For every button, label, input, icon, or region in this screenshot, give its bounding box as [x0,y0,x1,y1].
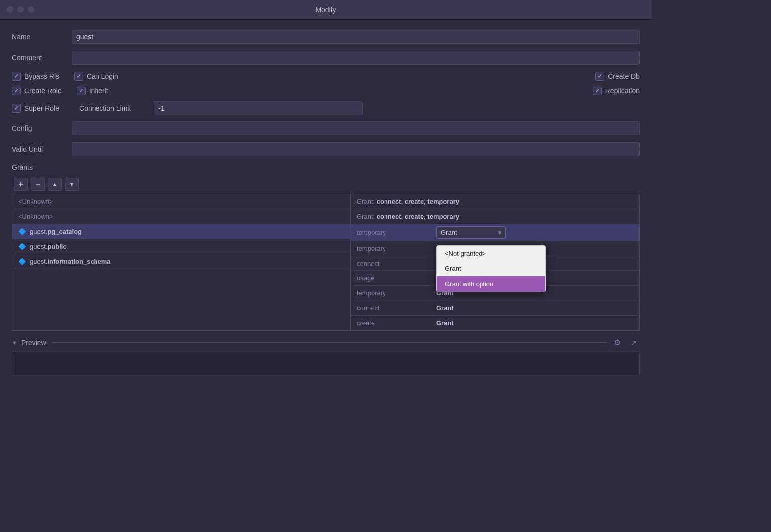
can-login-label: Can Login [87,72,118,80]
grant-text-2: Grant: [357,213,377,220]
name-label: Name [12,33,72,41]
preview-toggle-icon[interactable]: ▼ [12,340,17,346]
schema-icon-2: 🔷 [18,243,26,250]
grant-row-3[interactable]: 🔷 guest.pg_catalog [12,224,350,239]
create-role-box[interactable] [12,87,21,95]
preview-divider [52,342,607,343]
remove-grant-button[interactable]: − [31,178,45,191]
comment-label: Comment [12,54,72,62]
create-db-box[interactable] [595,72,604,81]
replication-box[interactable] [593,87,602,95]
grants-toolbar: + − ▲ ▼ [12,175,640,194]
grant-value-connect2: Grant [436,304,454,312]
create-db-label: Create Db [608,72,640,80]
preview-label: Preview [21,339,46,347]
comment-row: Comment [12,51,640,65]
grant-row-5-name: guest.information_schema [30,258,111,265]
bypass-rls-label: Bypass Rls [24,72,59,80]
inherit-label: Inherit [89,87,108,95]
grant-dropdown: <Not granted> Grant Grant with option [436,245,546,292]
preview-content [12,351,640,376]
super-role-box[interactable] [12,104,21,113]
checkboxes-row-1: Bypass Rls Can Login Create Db [12,72,640,81]
grants-section: Grants + − ▲ ▼ <Unknown> <Unknown> [12,163,640,376]
schema-icon-1: 🔷 [18,228,26,235]
bypass-rls-box[interactable] [12,72,21,81]
connection-limit-label: Connection Limit [79,104,154,112]
grant-right-row-3: temporary Grant ▼ <Not granted> Grant Gr… [351,224,639,241]
preview-section: ▼ Preview ⚙ ↗ [12,337,640,376]
schema-icon-3: 🔷 [18,258,26,265]
create-role-label: Create Role [24,87,62,95]
grant-row-5[interactable]: 🔷 guest.information_schema [12,254,350,269]
grant-privilege-create: create [357,319,436,327]
external-link-button[interactable]: ↗ [628,338,640,348]
bypass-rls-checkbox[interactable]: Bypass Rls [12,72,59,81]
grant-row-1[interactable]: <Unknown> [12,194,350,209]
grant-privilege-usage: usage [357,274,436,282]
traffic-lights [7,6,34,13]
can-login-checkbox[interactable]: Can Login [74,72,118,81]
grants-table-container: <Unknown> <Unknown> 🔷 guest.pg_catalog 🔷… [12,194,640,331]
grants-right-panel: Grant: connect, create, temporary Grant:… [351,194,639,330]
super-role-label: Super Role [24,104,59,112]
grant-row-3-name: guest.pg_catalog [30,228,82,235]
replication-label: Replication [605,87,640,95]
grant-privilege-connect2: connect [357,304,436,312]
add-grant-button[interactable]: + [14,178,28,191]
grant-row-2-name: <Unknown> [18,213,53,220]
close-button[interactable] [7,6,13,13]
grant-privilege-3: temporary [357,229,436,236]
create-db-checkbox[interactable]: Create Db [595,72,640,81]
inherit-checkbox[interactable]: Inherit [77,87,108,95]
config-input[interactable] [72,121,640,135]
grant-privilege-4: temporary [357,245,436,252]
grant-row-1-name: <Unknown> [18,198,53,205]
minimize-button[interactable] [17,6,24,13]
inherit-box[interactable] [77,87,86,95]
maximize-button[interactable] [28,6,34,13]
grant-row-4-name: guest.public [30,243,67,250]
super-role-checkbox[interactable]: Super Role [12,104,59,113]
grant-select-wrapper: Grant ▼ <Not granted> Grant Grant with o… [436,226,506,239]
create-role-checkbox[interactable]: Create Role [12,87,62,95]
valid-until-input[interactable] [72,142,640,156]
dropdown-not-granted[interactable]: <Not granted> [437,246,545,261]
move-down-button[interactable]: ▼ [65,178,79,191]
grant-privilege-5: connect [357,260,436,267]
dropdown-grant-with-option[interactable]: Grant with option [437,276,545,292]
grant-bold-2: connect, create, temporary [377,213,459,220]
name-input[interactable] [72,30,640,44]
grant-privilege-temp2: temporary [357,289,436,297]
grant-select[interactable]: Grant [436,226,506,239]
connection-limit-input[interactable] [154,101,363,115]
grant-value-create: Grant [436,319,454,327]
dropdown-grant[interactable]: Grant [437,261,545,276]
replication-checkbox[interactable]: Replication [593,87,640,95]
grants-label: Grants [12,163,640,171]
config-label: Config [12,124,72,132]
grant-right-row-create: create Grant [351,316,639,330]
move-up-button[interactable]: ▲ [48,178,62,191]
can-login-box[interactable] [74,72,83,81]
grant-right-row-connect2: connect Grant [351,301,639,316]
window-title: Modify [315,6,336,14]
title-bar: Modify [0,0,652,20]
checkboxes-row-2: Create Role Inherit Replication [12,87,640,95]
checkboxes-row-3: Super Role Connection Limit [12,101,640,115]
grant-text-1: Grant: [357,198,377,205]
name-row: Name [12,30,640,44]
grants-left-panel: <Unknown> <Unknown> 🔷 guest.pg_catalog 🔷… [12,194,351,330]
grant-row-4[interactable]: 🔷 guest.public [12,239,350,254]
grant-right-row-2: Grant: connect, create, temporary [351,209,639,224]
preview-header: ▼ Preview ⚙ ↗ [12,337,640,348]
main-content: Name Comment Bypass Rls Can Login Create… [0,20,652,386]
grant-bold-1: connect, create, temporary [377,198,459,205]
comment-input[interactable] [72,51,640,65]
gear-button[interactable]: ⚙ [611,337,624,348]
grant-right-row-1: Grant: connect, create, temporary [351,194,639,209]
valid-until-label: Valid Until [12,145,72,153]
valid-until-row: Valid Until [12,142,640,156]
grant-row-2[interactable]: <Unknown> [12,209,350,224]
config-row: Config [12,121,640,135]
